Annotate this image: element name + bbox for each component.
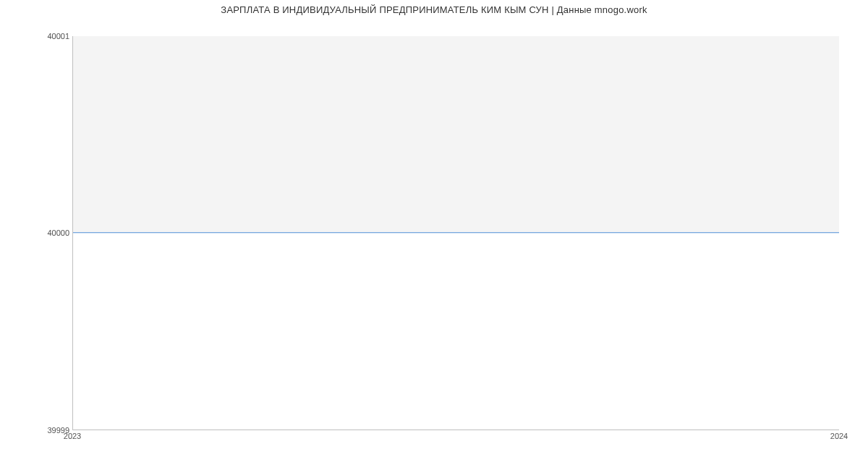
y-tick-label: 40001: [12, 32, 69, 40]
chart-container: ЗАРПЛАТА В ИНДИВИДУАЛЬНЫЙ ПРЕДПРИНИМАТЕЛ…: [0, 0, 868, 470]
x-tick-label: 2023: [64, 432, 81, 440]
plot-area: [72, 36, 839, 430]
y-tick-label: 39999: [12, 426, 69, 435]
plot-lower-mask: [73, 233, 839, 430]
y-tick-label: 40000: [12, 228, 69, 237]
chart-title: ЗАРПЛАТА В ИНДИВИДУАЛЬНЫЙ ПРЕДПРИНИМАТЕЛ…: [0, 4, 868, 15]
x-tick-label: 2024: [830, 432, 848, 440]
data-line: [73, 232, 839, 233]
